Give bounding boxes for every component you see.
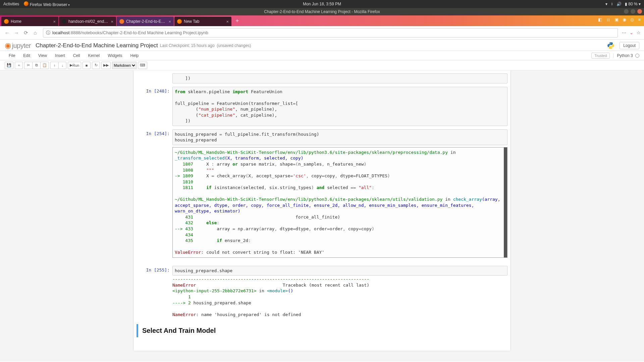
firefox-icon (24, 1, 29, 6)
code-cell[interactable]: ]) (134, 73, 510, 84)
save-button[interactable]: 💾 (5, 62, 13, 69)
code-cell[interactable]: In [248]: from sklearn.pipeline import F… (134, 86, 510, 127)
tab-label: New Tab (184, 19, 224, 24)
new-tab-button[interactable]: + (232, 17, 243, 24)
window-minimize[interactable] (624, 9, 629, 14)
move-up-button[interactable]: ↑ (50, 62, 58, 69)
traceback-output[interactable]: ~/Github/ML_HandsOn-With-SciKit-Tensorfl… (172, 147, 507, 258)
restart-button[interactable]: ↻ (92, 62, 100, 69)
nav-forward[interactable]: → (13, 29, 20, 37)
tab-close[interactable]: × (53, 19, 56, 24)
move-down-button[interactable]: ↓ (58, 62, 66, 69)
window-maximize[interactable] (631, 9, 635, 14)
jupyter-toolbar: 💾 ＋ ✂ ⧉ 📋 ↑ ↓ ▶ Run ■ ↻ ▶▶ Markdown ⌨ (0, 60, 644, 70)
menu-help[interactable]: Help (126, 52, 143, 59)
cell-input[interactable]: ]) (172, 73, 507, 83)
addon-icon[interactable]: ◎ (630, 17, 634, 22)
pocket-icon[interactable]: ⌄ (630, 30, 633, 35)
menu-file[interactable]: File (5, 52, 19, 59)
github-icon (62, 19, 66, 24)
traceback-output: ----------------------------------------… (172, 276, 507, 317)
code-cell[interactable]: In [254]: housing_prepared = full_pipeli… (134, 129, 510, 263)
insert-cell-button[interactable]: ＋ (15, 62, 23, 69)
logout-button[interactable]: Logout (620, 42, 639, 49)
code-cell[interactable]: In [255]: housing_prepared.shape -------… (134, 265, 510, 318)
url-toolbar: ← → ⟳ ⌂ ⓘ localhost:8888/notebooks/Chapt… (0, 26, 644, 40)
kernel-indicator-icon (635, 54, 639, 58)
menu-icon[interactable]: ≡ (638, 17, 641, 22)
active-app[interactable]: Firefox Web Browser (24, 1, 70, 7)
tab-strip: Home × handson-ml/02_end_to_ × Chapter-2… (0, 15, 644, 26)
tab-label: handson-ml/02_end_to_ (68, 19, 109, 24)
cut-button[interactable]: ✂ (24, 62, 32, 69)
command-palette-button[interactable]: ⌨ (138, 62, 147, 69)
jupyter-menubar: File Edit View Insert Cell Kernel Widget… (0, 51, 644, 60)
nav-reload[interactable]: ⟳ (22, 29, 30, 37)
library-icon[interactable]: ⫼ (606, 17, 610, 22)
notebook-container: ]) In [248]: from sklearn.pipeline impor… (134, 70, 510, 351)
info-icon[interactable]: ⓘ (46, 30, 50, 36)
firefox-icon (177, 19, 182, 24)
gnome-top-bar: Activities Firefox Web Browser Mon Jun 1… (0, 0, 644, 8)
jupyter-logo[interactable]: ◉jupyter (5, 41, 31, 50)
interrupt-button[interactable]: ■ (83, 62, 91, 69)
notebook-scroll[interactable]: ]) In [248]: from sklearn.pipeline impor… (0, 70, 644, 362)
cell-input[interactable]: housing_prepared.shape (172, 266, 507, 276)
menu-edit[interactable]: Edit (19, 52, 34, 59)
page-actions-icon[interactable]: ⋯ (622, 30, 626, 35)
section-heading: Select And Train Model (142, 327, 503, 335)
volume-icon[interactable]: 🔊 (616, 2, 622, 6)
battery-indicator[interactable]: ▮ 80 % ▾ (625, 2, 641, 6)
home-icon (4, 19, 9, 24)
copy-button[interactable]: ⧉ (32, 62, 40, 69)
paste-button[interactable]: 📋 (40, 62, 49, 69)
tab-github[interactable]: handson-ml/02_end_to_ × (59, 17, 116, 26)
nav-back[interactable]: ← (3, 29, 11, 37)
url-bar[interactable]: ⓘ localhost:8888/notebooks/Chapter-2-End… (43, 28, 618, 38)
python-logo-icon (607, 42, 615, 50)
tab-label: Chapter-2-End-to-End M (126, 19, 166, 24)
clock[interactable]: Mon Jun 18, 3:59 PM (303, 2, 341, 6)
tab-close[interactable]: × (111, 19, 113, 24)
menu-widgets[interactable]: Widgets (104, 52, 126, 59)
menu-cell[interactable]: Cell (69, 52, 84, 59)
tab-label: Home (11, 19, 51, 24)
url-path: :8888/notebooks/Chapter-2-End-to-End Mac… (69, 30, 208, 35)
markdown-cell[interactable]: Select And Train Model (137, 324, 507, 337)
menu-view[interactable]: View (34, 52, 51, 59)
trusted-badge[interactable]: Trusted (591, 53, 610, 59)
cell-prompt (134, 73, 172, 83)
window-title: Chapter-2-End-to-End Machine Learning Pr… (264, 9, 380, 14)
cell-prompt: In [254]: (134, 129, 172, 262)
tab-close[interactable]: × (168, 19, 171, 24)
cell-prompt: In [255]: (134, 266, 172, 317)
sidebar-icon[interactable]: ▣ (614, 17, 619, 22)
url-host: localhost (52, 30, 69, 35)
cell-input[interactable]: from sklearn.pipeline import FeatureUnio… (172, 87, 507, 126)
menu-insert[interactable]: Insert (51, 52, 69, 59)
bluetooth-icon[interactable]: ᚼ (611, 2, 613, 6)
kernel-name[interactable]: Python 3 (613, 53, 639, 58)
tab-jupyter[interactable]: Chapter-2-End-to-End M × (117, 17, 174, 26)
containers-icon[interactable]: ◧ (598, 17, 602, 22)
cell-input[interactable]: housing_prepared = full_pipeline.fit_tra… (172, 129, 507, 145)
window-titlebar: Chapter-2-End-to-End Machine Learning Pr… (0, 8, 644, 15)
menu-kernel[interactable]: Kernel (84, 52, 104, 59)
cell-prompt: In [248]: (134, 87, 172, 126)
tab-home[interactable]: Home × (1, 17, 58, 26)
window-close[interactable] (637, 9, 642, 14)
cell-type-select[interactable]: Markdown (112, 62, 137, 69)
restart-run-button[interactable]: ▶▶ (101, 62, 111, 69)
account-icon[interactable]: ◉ (623, 17, 626, 22)
run-button[interactable]: ▶ Run (68, 62, 81, 69)
checkpoint-text: Last Checkpoint: 15 hours ago (unsaved c… (160, 43, 251, 48)
jupyter-icon (119, 19, 124, 24)
wifi-icon[interactable]: ▾ (605, 2, 607, 6)
tab-newtab[interactable]: New Tab × (174, 17, 231, 26)
jupyter-header: ◉jupyter Chapter-2-End-to-End Machine Le… (0, 40, 644, 51)
nav-home[interactable]: ⌂ (32, 29, 39, 37)
notebook-title[interactable]: Chapter-2-End-to-End Machine Learning Pr… (36, 42, 158, 49)
tab-close[interactable]: × (226, 19, 229, 24)
bookmark-star-icon[interactable]: ☆ (637, 30, 641, 35)
activities-button[interactable]: Activities (3, 2, 19, 6)
